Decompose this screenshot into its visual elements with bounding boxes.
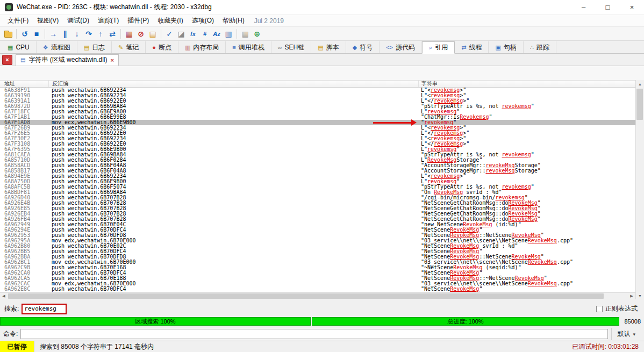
run-to-return-icon-glyph: ↑ [99, 30, 103, 38]
command-profile-select[interactable]: 默认 ▾ [611, 328, 641, 340]
scroll-up-icon[interactable]: ▲ [636, 80, 644, 88]
address-cell: 6A962E8C [0, 286, 48, 292]
menu-item[interactable]: 帮助(H) [218, 15, 249, 26]
close-all-tabs-button[interactable]: × [2, 55, 12, 65]
folder-shape [4, 32, 12, 38]
menu-item[interactable]: 文件(F) [3, 15, 33, 26]
status-bar: 已暂停 搜索到 85008 个字符串于 17141 毫秒内 已调试时间: 0:0… [0, 341, 644, 352]
search-match: RevokeMsg [528, 281, 557, 286]
check-icon-glyph: ✓ [166, 30, 173, 38]
horizontal-scroll-thumb[interactable] [8, 293, 604, 299]
tab-trace[interactable]: ∴跟踪 [524, 41, 556, 53]
columns-icon[interactable]: ▥ [223, 28, 234, 40]
maximize-button[interactable]: □ [596, 0, 620, 15]
tab-label: CPU [16, 44, 29, 51]
menu-item[interactable]: 视图(V) [33, 15, 63, 26]
grid-icon[interactable]: ▦ [239, 28, 251, 40]
tab-symbols[interactable]: ◆符号 [346, 41, 380, 53]
tab-threads[interactable]: ⇄线程 [455, 41, 489, 53]
run-to-return-icon[interactable]: ↑ [95, 28, 106, 40]
tab-references[interactable]: ⌕引用 [422, 41, 455, 54]
text-case-icon[interactable]: Az [211, 28, 223, 40]
tab-label: 线程 [469, 43, 482, 52]
step-into-icon[interactable]: ↓ [71, 28, 83, 40]
eraser-icon[interactable]: ◪ [175, 28, 187, 40]
tab-handles[interactable]: ▣句柄 [489, 41, 523, 53]
tab-graph[interactable]: ❖流程图 [37, 41, 77, 53]
menu-item[interactable]: 插件(P) [123, 15, 153, 26]
tab-log[interactable]: ▤日志 [77, 41, 112, 53]
open-file-icon[interactable] [2, 28, 14, 40]
table-row[interactable]: 6A962E8Cpush wechatwin.6B70DFC4"NetScene… [0, 286, 635, 292]
search-match: revokemsg [502, 184, 531, 190]
column-header-address[interactable]: 地址 [0, 81, 48, 87]
settings-icon[interactable]: ▦ [123, 28, 135, 40]
restart-icon[interactable]: ↺ [19, 28, 31, 40]
scroll-down-icon[interactable]: ▼ [636, 292, 644, 299]
tab-call-stack[interactable]: ≡调用堆栈 [226, 41, 271, 53]
search-match: revokeMsg [485, 168, 514, 174]
tab-seh[interactable]: ∞SEH链 [271, 41, 312, 53]
column-header-disassembly[interactable]: 反汇编 [48, 81, 418, 87]
minimize-button[interactable]: – [571, 0, 596, 15]
tab-strings-region[interactable]: ▤ 字符串 (区域 wechatwin.dll) × [16, 54, 119, 66]
regex-checkbox[interactable] [596, 306, 603, 312]
total-progress-label: 总进度: 100% [447, 318, 483, 326]
tab-label: 句柄 [504, 43, 517, 52]
globe-icon[interactable]: ⊕ [251, 28, 263, 40]
stop-icon[interactable]: ■ [31, 28, 42, 40]
vertical-scroll-thumb[interactable] [636, 89, 643, 120]
menu-item[interactable]: 追踪(T) [94, 15, 123, 26]
vertical-scroll-track[interactable] [636, 88, 644, 292]
run-icon-glyph: → [49, 30, 57, 38]
log-page-icon-glyph: ▤ [149, 30, 156, 38]
horizontal-scroll-track[interactable] [8, 293, 628, 299]
title-bar: WeChat.exe - PID: 263C - 模块: wechatwin.d… [0, 0, 644, 15]
breakpoint-toggle-icon[interactable]: ⊘ [135, 28, 147, 40]
tab-label: 笔记 [126, 43, 139, 52]
menu-bar: 文件(F)视图(V)调试(D)追踪(T)插件(P)收藏夹(I)选项(O)帮助(H… [0, 15, 644, 27]
menu-item[interactable]: 选项(O) [188, 15, 218, 26]
log-page-icon[interactable]: ▤ [147, 28, 159, 40]
notes-icon: ✎ [118, 45, 123, 51]
log-icon: ▤ [84, 45, 89, 51]
toolbar: ↺■→∥↓↷↑⇄▦⊘▤✓◪fx#Az▥▦⊕ [0, 27, 644, 41]
run-icon[interactable]: → [47, 28, 59, 40]
stop-icon-glyph: ■ [34, 30, 39, 38]
menu-item[interactable]: 收藏夹(I) [153, 15, 187, 26]
vertical-scrollbar[interactable]: ▲ ▼ [635, 80, 644, 299]
hash-icon[interactable]: # [199, 28, 211, 40]
toolbar-separator [16, 29, 17, 39]
scroll-left-icon[interactable]: ◀ [0, 293, 8, 299]
tab-script[interactable]: ▤脚本 [311, 41, 346, 53]
subtab-bar: × ▤ 字符串 (区域 wechatwin.dll) × [0, 54, 644, 66]
step-back-icon[interactable]: ⇄ [106, 28, 118, 40]
tab-source[interactable]: <>源代码 [380, 41, 422, 53]
function-icon[interactable]: fx [187, 28, 199, 40]
close-button[interactable]: × [620, 0, 644, 15]
search-input[interactable] [22, 304, 67, 314]
command-input[interactable] [20, 329, 608, 339]
pause-icon[interactable]: ∥ [59, 28, 71, 40]
status-paused-badge: 已暂停 [0, 341, 34, 352]
tab-memory-map[interactable]: ▥内存布局 [178, 41, 226, 53]
check-icon[interactable]: ✓ [163, 28, 175, 40]
subtab-close-icon[interactable]: × [110, 57, 113, 63]
total-progressbar: 总进度: 100% [312, 317, 619, 326]
status-message: 搜索到 85008 个字符串于 17141 毫秒内 [40, 342, 154, 351]
search-label: 搜索: [4, 304, 19, 313]
tab-breakpoints[interactable]: ●断点 [146, 41, 178, 53]
strings-table-header: 地址 反汇编 字符串 [0, 80, 635, 88]
tab-notes[interactable]: ✎笔记 [112, 41, 146, 53]
tab-cpu[interactable]: ▦CPU [1, 41, 37, 53]
close-all-icon: × [5, 56, 9, 63]
window-controls: – □ × [571, 0, 644, 15]
string-cell: "NetSceneRevokeMsg" [418, 286, 635, 292]
profile-label: 默认 [617, 329, 630, 339]
menu-item[interactable]: 调试(D) [63, 15, 94, 26]
scroll-right-icon[interactable]: ▶ [628, 293, 635, 299]
column-header-string[interactable]: 字符串 [418, 81, 635, 87]
horizontal-scrollbar[interactable]: ◀ ▶ [0, 292, 635, 299]
tab-label: 断点 [159, 43, 171, 52]
step-over-icon[interactable]: ↷ [83, 28, 95, 40]
